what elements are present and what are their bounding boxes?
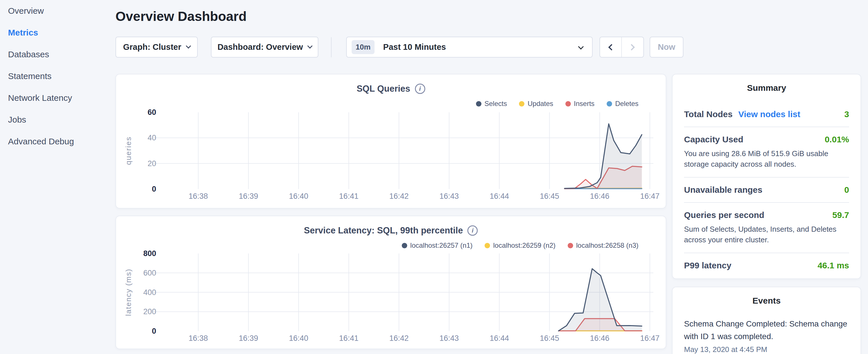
- svg-text:600: 600: [143, 269, 156, 277]
- dashboard-dropdown[interactable]: Dashboard: Overview: [211, 37, 318, 58]
- summary-label: Total Nodes: [684, 109, 733, 119]
- svg-text:16:39: 16:39: [239, 334, 258, 343]
- divider: [684, 253, 849, 253]
- sql-queries-chart-card: SQL Queries i SelectsUpdatesInsertsDelet…: [116, 74, 666, 208]
- chevron-down-icon: [578, 44, 584, 50]
- service-latency-chart-card: Service Latency: SQL, 99th percentile i …: [116, 216, 666, 349]
- view-nodes-list-link[interactable]: View nodes list: [738, 109, 800, 119]
- events-panel: Events Schema Change Completed: Schema c…: [672, 287, 861, 354]
- svg-text:16:45: 16:45: [540, 334, 559, 343]
- time-range-dropdown[interactable]: 10m Past 10 Minutes: [346, 37, 593, 58]
- summary-title: Summary: [684, 83, 849, 93]
- now-button[interactable]: Now: [650, 37, 683, 58]
- svg-text:0: 0: [152, 185, 156, 193]
- summary-value: 59.7: [833, 210, 849, 220]
- divider: [684, 177, 849, 178]
- sidebar: Overview Metrics Databases Statements Ne…: [0, 0, 115, 354]
- sql-queries-chart[interactable]: 16:3816:3916:4016:4116:4216:4316:4416:45…: [116, 74, 667, 209]
- chevron-right-icon: [628, 44, 635, 51]
- svg-text:16:44: 16:44: [490, 334, 509, 343]
- summary-row-unavailable-ranges: Unavailable ranges 0: [684, 185, 849, 195]
- svg-text:60: 60: [148, 108, 156, 117]
- summary-label: P99 latency: [684, 261, 731, 270]
- svg-text:16:47: 16:47: [640, 334, 660, 343]
- svg-text:16:39: 16:39: [239, 192, 258, 200]
- summary-row-capacity: Capacity Used 0.01% You are using 28.6 M…: [684, 135, 849, 169]
- summary-label: Queries per second: [684, 210, 764, 220]
- chevron-left-icon: [608, 44, 615, 51]
- divider: [684, 127, 849, 127]
- dashboard-label: Dashboard: Overview: [217, 42, 303, 52]
- svg-text:16:46: 16:46: [590, 334, 610, 343]
- summary-value: 0: [844, 185, 849, 195]
- sidebar-item-jobs[interactable]: Jobs: [0, 109, 115, 131]
- svg-text:16:40: 16:40: [289, 192, 308, 200]
- svg-text:16:47: 16:47: [640, 192, 660, 200]
- svg-text:queries: queries: [124, 136, 133, 165]
- svg-text:16:46: 16:46: [590, 192, 610, 200]
- graph-scope-dropdown[interactable]: Graph: Cluster: [116, 37, 198, 58]
- svg-text:16:42: 16:42: [389, 192, 409, 200]
- toolbar-divider: [331, 37, 332, 57]
- summary-description: Sum of Selects, Updates, Inserts, and De…: [684, 224, 849, 245]
- summary-panel: Summary Total Nodes View nodes list 3 Ca…: [672, 74, 861, 279]
- svg-text:400: 400: [143, 288, 156, 297]
- svg-text:0: 0: [152, 327, 156, 335]
- summary-label: Unavailable ranges: [684, 185, 762, 195]
- summary-row-p99-latency: P99 latency 46.1 ms: [684, 261, 849, 270]
- svg-text:16:40: 16:40: [289, 334, 308, 343]
- next-range-button[interactable]: [622, 37, 644, 57]
- sidebar-item-overview[interactable]: Overview: [0, 0, 115, 22]
- summary-label: Capacity Used: [684, 135, 743, 144]
- svg-text:16:42: 16:42: [389, 334, 409, 343]
- svg-text:16:38: 16:38: [189, 192, 208, 200]
- svg-text:16:43: 16:43: [440, 334, 459, 343]
- svg-text:20: 20: [148, 159, 156, 168]
- chevron-down-icon: [307, 43, 312, 49]
- event-timestamp: May 13, 2020 at 4:45 PM: [684, 345, 849, 354]
- svg-text:16:41: 16:41: [339, 334, 359, 343]
- svg-text:16:41: 16:41: [339, 192, 359, 200]
- summary-value: 46.1 ms: [817, 261, 849, 270]
- sidebar-item-network-latency[interactable]: Network Latency: [0, 87, 115, 109]
- summary-row-qps: Queries per second 59.7 Sum of Selects, …: [684, 210, 849, 245]
- summary-description: You are using 28.6 MiB of 515.9 GiB usab…: [684, 148, 849, 169]
- sidebar-item-metrics[interactable]: Metrics: [0, 22, 115, 43]
- time-pager: [599, 37, 644, 58]
- summary-row-total-nodes: Total Nodes View nodes list 3: [684, 109, 849, 119]
- summary-value: 3: [844, 109, 849, 119]
- events-title: Events: [684, 296, 849, 305]
- chevron-down-icon: [186, 43, 191, 49]
- graph-scope-label: Graph: Cluster: [123, 42, 181, 52]
- svg-text:16:44: 16:44: [490, 192, 509, 200]
- event-message[interactable]: Schema Change Completed: Schema change w…: [684, 318, 849, 343]
- svg-text:200: 200: [143, 307, 156, 316]
- time-range-badge: 10m: [351, 40, 375, 54]
- page-title: Overview Dashboard: [116, 9, 247, 24]
- svg-text:16:45: 16:45: [540, 192, 559, 200]
- sidebar-item-statements[interactable]: Statements: [0, 65, 115, 87]
- sidebar-item-databases[interactable]: Databases: [0, 43, 115, 65]
- svg-text:latency (ms): latency (ms): [124, 269, 133, 316]
- sidebar-item-advanced-debug[interactable]: Advanced Debug: [0, 131, 115, 152]
- service-latency-chart[interactable]: 16:3816:3916:4016:4116:4216:4316:4416:45…: [116, 216, 667, 350]
- summary-value: 0.01%: [825, 135, 849, 144]
- svg-text:16:38: 16:38: [189, 334, 208, 343]
- time-range-label: Past 10 Minutes: [383, 42, 446, 52]
- divider: [684, 202, 849, 203]
- svg-text:800: 800: [143, 249, 156, 258]
- svg-text:40: 40: [148, 133, 156, 142]
- prev-range-button[interactable]: [600, 37, 622, 57]
- svg-text:16:43: 16:43: [440, 192, 459, 200]
